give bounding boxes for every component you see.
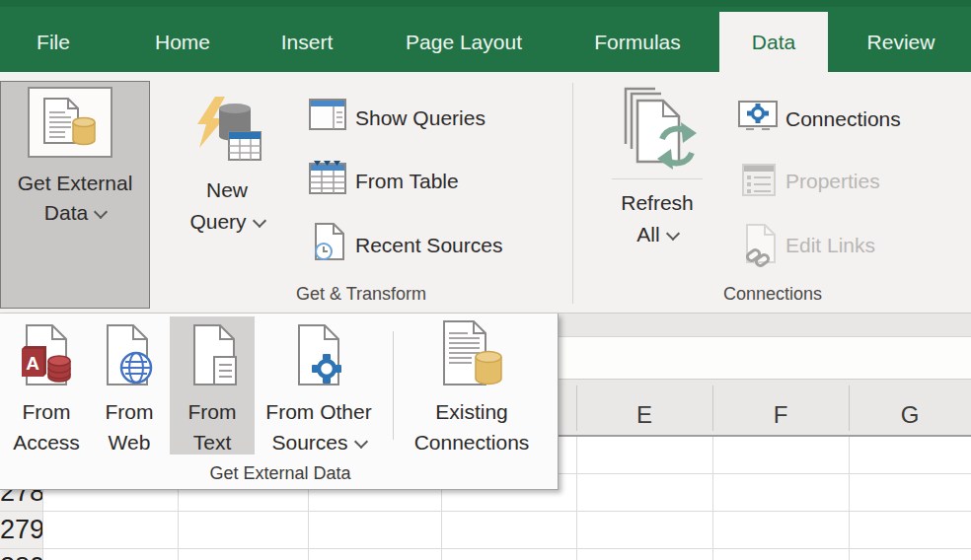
refresh-all-icon [618,85,703,174]
gridline [849,437,850,560]
get-external-data-label-1: Get External [1,171,149,196]
properties-label: Properties [785,168,880,195]
excel-window: File Home Insert Page Layout Formulas Da… [0,0,971,560]
ribbon-tab-bar: File Home Insert Page Layout Formulas Da… [0,0,971,72]
gridline [0,511,971,512]
tab-formulas[interactable]: Formulas [576,12,699,72]
row-header-280[interactable]: 280 [0,548,42,560]
gridline [712,437,713,560]
chevron-down-icon [94,205,108,219]
svg-text:A: A [26,353,39,374]
from-table-label: From Table [355,168,459,195]
from-other-sources-icon [291,323,346,388]
connections-icon [738,101,780,134]
group-label-get-transform: Get & Transform [262,284,460,305]
show-queries-label: Show Queries [355,105,486,132]
gridline [576,437,577,560]
edit-links-label: Edit Links [785,232,875,259]
new-query-label-1: New [168,177,286,203]
column-header-g[interactable]: G [849,401,971,431]
recent-sources-icon [312,222,347,261]
get-external-data-button[interactable]: Get External Data [0,81,150,309]
from-other-sources-label: From Other Sources [250,396,388,457]
new-query-icon [191,97,262,162]
get-external-data-label-2: Data [1,200,149,226]
tab-home[interactable]: Home [143,12,222,72]
from-web-icon [102,323,157,388]
existing-connections-label: ExistingConnections [403,396,541,457]
titlebar-edge [0,0,971,7]
group-label-connections: Connections [674,284,871,305]
chevron-down-icon [253,214,266,228]
ribbon-group-separator [572,83,573,304]
row-header-279[interactable]: 279 [0,511,42,548]
column-header-f[interactable]: F [712,401,849,431]
connections-label: Connections [785,105,901,133]
column-header-e[interactable]: E [576,401,712,431]
tab-file[interactable]: File [14,12,93,72]
existing-connections-icon [440,319,503,388]
refresh-split-divider [612,178,703,179]
new-query-label-2: Query [168,209,286,235]
properties-icon [742,164,778,197]
ribbon-data-tab: Get External Data New Query [0,72,971,314]
chevron-down-icon [666,227,680,241]
tab-review[interactable]: Review [837,12,965,72]
tab-insert[interactable]: Insert [264,12,349,72]
tab-page-layout[interactable]: Page Layout [393,12,535,72]
dropdown-separator [393,331,394,440]
refresh-all-label-2: All [598,222,716,247]
chevron-down-icon [353,435,367,449]
document-database-icon [41,97,99,148]
get-external-data-iconbox [28,87,112,158]
tab-data[interactable]: Data [719,12,828,72]
get-external-data-dropdown: A FromAccess FromWeb [0,314,559,490]
recent-sources-label: Recent Sources [355,232,502,259]
dropdown-footer-label: Get External Data [152,463,409,484]
refresh-all-label-1: Refresh [598,190,716,216]
gridline [0,548,971,549]
from-table-icon [309,160,346,195]
from-text-icon [187,323,242,388]
show-queries-icon [309,99,346,132]
edit-links-icon [741,223,779,268]
from-access-icon: A [19,323,74,388]
